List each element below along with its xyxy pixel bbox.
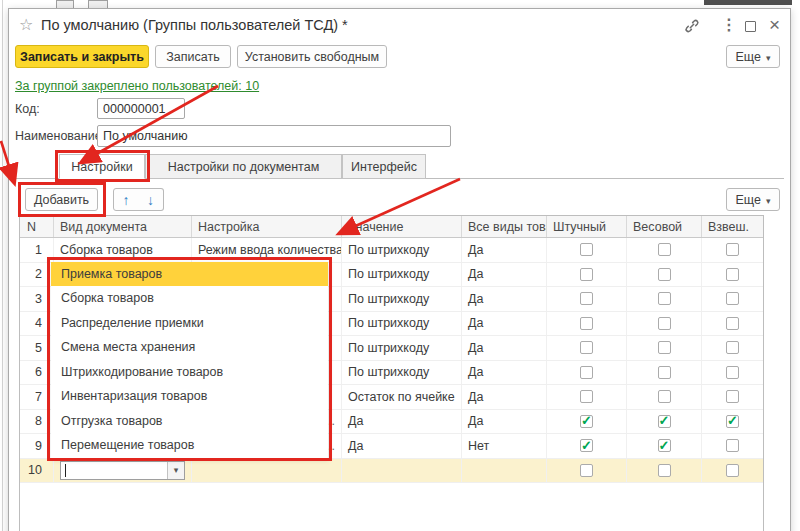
checkbox-unchecked[interactable] xyxy=(580,317,593,330)
header-cell[interactable]: Штучный xyxy=(547,216,627,237)
group-users-link[interactable]: За группой закреплено пользователей: 10 xyxy=(15,79,259,93)
cell-all_kinds[interactable] xyxy=(462,459,547,483)
checkbox-checked[interactable]: ✓ xyxy=(580,415,593,428)
header-cell[interactable]: Все виды това... xyxy=(462,216,547,237)
cell-weight[interactable] xyxy=(627,312,702,336)
cell-value[interactable]: По штрихкоду xyxy=(342,263,462,287)
move-up-button[interactable]: ↑ xyxy=(113,188,139,211)
cell-n[interactable]: 7 xyxy=(20,385,54,409)
cell-value[interactable]: По штрихкоду xyxy=(342,238,462,262)
cell-all_kinds[interactable]: Да xyxy=(462,263,547,287)
cell-value[interactable] xyxy=(342,459,462,483)
checkbox-unchecked[interactable] xyxy=(658,341,671,354)
cell-all_kinds[interactable]: Да xyxy=(462,385,547,409)
dropdown-item[interactable]: Инвентаризация товаров xyxy=(51,384,328,409)
cell-all_kinds[interactable]: Да xyxy=(462,336,547,360)
checkbox-unchecked[interactable] xyxy=(658,390,671,403)
cell-weight[interactable] xyxy=(627,361,702,385)
cell-n[interactable]: 5 xyxy=(20,336,54,360)
save-close-button[interactable]: Записать и закрыть xyxy=(15,45,149,68)
cell-all_kinds[interactable]: Да xyxy=(462,287,547,311)
checkbox-unchecked[interactable] xyxy=(658,292,671,305)
dropdown-item[interactable]: Распределение приемки xyxy=(51,311,328,336)
add-button[interactable]: Добавить xyxy=(25,188,98,211)
cell-piece[interactable] xyxy=(547,336,627,360)
cell-doc-type[interactable]: ▾ xyxy=(54,459,192,483)
cell-n[interactable]: 10 xyxy=(20,459,54,483)
cell-weighed[interactable] xyxy=(702,434,763,458)
checkbox-checked[interactable]: ✓ xyxy=(726,415,739,428)
checkbox-unchecked[interactable] xyxy=(580,268,593,281)
cell-weighed[interactable] xyxy=(702,336,763,360)
cell-piece[interactable] xyxy=(547,459,627,483)
checkbox-checked[interactable]: ✓ xyxy=(580,439,593,452)
checkbox-unchecked[interactable] xyxy=(658,243,671,256)
doc-type-combobox[interactable]: ▾ xyxy=(60,461,185,480)
tab-doc-settings[interactable]: Настройки по документам xyxy=(145,154,342,179)
cell-weight[interactable]: ✓ xyxy=(627,434,702,458)
move-down-button[interactable]: ↓ xyxy=(138,188,164,211)
checkbox-unchecked[interactable] xyxy=(658,268,671,281)
header-cell[interactable]: N xyxy=(20,216,54,237)
checkbox-unchecked[interactable] xyxy=(726,243,739,256)
cell-n[interactable]: 2 xyxy=(20,263,54,287)
cell-piece[interactable] xyxy=(547,238,627,262)
cell-n[interactable]: 1 xyxy=(20,238,54,262)
checkbox-unchecked[interactable] xyxy=(580,292,593,305)
header-cell[interactable]: Вид документа xyxy=(54,216,192,237)
cell-piece[interactable] xyxy=(547,263,627,287)
close-icon[interactable]: × xyxy=(769,14,780,36)
cell-piece[interactable]: ✓ xyxy=(547,410,627,434)
cell-weight[interactable] xyxy=(627,385,702,409)
more-button-grid[interactable]: Еще ▾ xyxy=(726,188,780,211)
cell-weight[interactable] xyxy=(627,238,702,262)
checkbox-unchecked[interactable] xyxy=(726,292,739,305)
tab-settings[interactable]: Настройки xyxy=(59,154,145,179)
cell-all_kinds[interactable]: Да xyxy=(462,312,547,336)
checkbox-unchecked[interactable] xyxy=(658,366,671,379)
cell-all_kinds[interactable]: Нет xyxy=(462,434,547,458)
cell-value[interactable]: По штрихкоду xyxy=(342,287,462,311)
checkbox-unchecked[interactable] xyxy=(580,390,593,403)
kebab-menu-icon[interactable]: ⋮ xyxy=(721,15,737,34)
cell-weight[interactable] xyxy=(627,336,702,360)
cell-weighed[interactable] xyxy=(702,263,763,287)
cell-piece[interactable] xyxy=(547,312,627,336)
checkbox-checked[interactable]: ✓ xyxy=(658,415,671,428)
cell-weight[interactable]: ✓ xyxy=(627,410,702,434)
cell-n[interactable]: 4 xyxy=(20,312,54,336)
cell-weight[interactable] xyxy=(627,459,702,483)
cell-value[interactable]: Да xyxy=(342,434,462,458)
cell-doc[interactable]: Сборка товаров xyxy=(54,238,192,262)
dropdown-item[interactable]: Приемка товаров xyxy=(51,262,328,287)
cell-value[interactable]: Остаток по ячейке xyxy=(342,385,462,409)
cell-weighed[interactable] xyxy=(702,459,763,483)
dropdown-item[interactable]: Перемещение товаров xyxy=(51,433,328,458)
checkbox-unchecked[interactable] xyxy=(726,390,739,403)
code-input[interactable] xyxy=(97,98,185,119)
name-input[interactable] xyxy=(97,125,451,147)
set-free-button[interactable]: Установить свободным xyxy=(237,45,387,68)
cell-n[interactable]: 6 xyxy=(20,361,54,385)
checkbox-unchecked[interactable] xyxy=(726,366,739,379)
cell-all_kinds[interactable]: Да xyxy=(462,410,547,434)
checkbox-unchecked[interactable] xyxy=(726,268,739,281)
maximize-icon[interactable] xyxy=(745,21,756,32)
header-cell[interactable]: Значение xyxy=(342,216,462,237)
more-button-top[interactable]: Еще ▾ xyxy=(726,45,780,68)
checkbox-checked[interactable]: ✓ xyxy=(658,439,671,452)
header-cell[interactable]: Весовой xyxy=(627,216,702,237)
header-cell[interactable]: Взвеш. xyxy=(702,216,763,237)
cell-weight[interactable] xyxy=(627,263,702,287)
cell-weighed[interactable]: ✓ xyxy=(702,410,763,434)
cell-n[interactable]: 8 xyxy=(20,410,54,434)
dropdown-item[interactable]: Сборка товаров xyxy=(51,286,328,311)
table-row[interactable]: 10▾ xyxy=(20,459,763,484)
cell-n[interactable]: 3 xyxy=(20,287,54,311)
checkbox-unchecked[interactable] xyxy=(580,464,593,477)
cell-all_kinds[interactable]: Да xyxy=(462,361,547,385)
link-icon[interactable] xyxy=(684,18,700,38)
checkbox-unchecked[interactable] xyxy=(726,464,739,477)
checkbox-unchecked[interactable] xyxy=(580,341,593,354)
save-button[interactable]: Записать xyxy=(155,45,231,68)
